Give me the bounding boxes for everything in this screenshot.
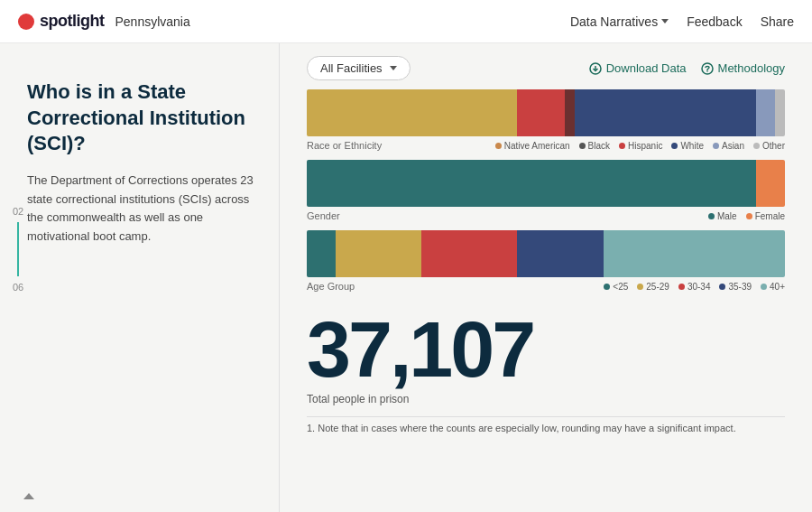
download-icon <box>589 62 602 75</box>
methodology-icon <box>701 62 714 75</box>
legend-dot-hispanic <box>619 143 625 149</box>
facilities-label: All Facilities <box>320 61 383 75</box>
legend-dot-native <box>495 143 502 149</box>
facilities-dropdown[interactable]: All Facilities <box>307 56 411 80</box>
legend-under25: <25 <box>604 282 628 292</box>
bar-segment-native <box>307 89 517 136</box>
sidebar-heading: Who is in a State Correctional Instituti… <box>27 79 261 157</box>
legend-label-other: Other <box>762 141 785 151</box>
scroll-up-button[interactable] <box>20 487 38 505</box>
methodology-label: Methodology <box>718 61 785 75</box>
share-label: Share <box>761 14 794 29</box>
legend-label-black: Black <box>588 141 610 151</box>
legend-label-40plus: 40+ <box>770 282 785 292</box>
svg-point-3 <box>706 70 708 72</box>
logo-dot-icon <box>18 14 34 30</box>
total-label: Total people in prison <box>307 393 785 405</box>
gender-chart: Gender Male Female <box>307 160 785 221</box>
legend-dot-other <box>753 143 760 149</box>
legend-dot-30-34 <box>678 284 685 290</box>
age-group-bar <box>307 230 785 277</box>
data-narratives-label: Data Narratives <box>570 14 658 29</box>
methodology-button[interactable]: Methodology <box>701 61 785 75</box>
gender-legend: Male Female <box>708 211 785 221</box>
total-count: 37,107 <box>307 310 785 389</box>
legend-label-male: Male <box>717 211 737 221</box>
timeline-indicator: 02 06 <box>13 206 23 293</box>
bar-segment-female <box>756 160 785 207</box>
legend-label-native: Native American <box>504 141 570 151</box>
data-narratives-nav[interactable]: Data Narratives <box>570 14 669 29</box>
legend-native-american: Native American <box>495 141 570 151</box>
big-number-section: 37,107 Total people in prison <box>307 301 785 409</box>
bar-segment-under25 <box>307 230 336 277</box>
download-data-button[interactable]: Download Data <box>589 61 687 75</box>
bar-segment-25-29 <box>336 230 421 277</box>
gender-label: Gender <box>307 210 340 221</box>
footnote: 1. Note that in cases where the counts a… <box>307 416 785 433</box>
header-right: Data Narratives Feedback Share <box>570 14 794 29</box>
age-group-label: Age Group <box>307 281 355 292</box>
legend-30-34: 30-34 <box>678 282 711 292</box>
header-state: Pennsylvania <box>115 14 189 29</box>
legend-other: Other <box>753 141 785 151</box>
legend-dot-male <box>708 213 715 219</box>
legend-label-white: White <box>680 141 704 151</box>
race-ethnicity-bar <box>307 89 785 136</box>
feedback-nav[interactable]: Feedback <box>687 14 742 29</box>
main-layout: 02 06 Who is in a State Correctional Ins… <box>0 43 812 512</box>
age-group-legend: <25 25-29 30-34 35-39 <box>604 282 785 292</box>
left-sidebar: 02 06 Who is in a State Correctional Ins… <box>0 43 280 512</box>
gender-bar <box>307 160 785 207</box>
bar-segment-35-39 <box>517 230 603 277</box>
right-content: All Facilities Download Data <box>280 43 812 512</box>
bar-segment-hispanic <box>565 89 575 136</box>
legend-label-25-29: 25-29 <box>646 282 669 292</box>
legend-dot-40plus <box>761 284 767 290</box>
legend-25-29: 25-29 <box>637 282 669 292</box>
legend-white: White <box>671 141 704 151</box>
toolbar: All Facilities Download Data <box>307 43 785 89</box>
share-nav[interactable]: Share <box>761 14 794 29</box>
bar-segment-30-34 <box>421 230 517 277</box>
gender-label-row: Gender Male Female <box>307 210 785 221</box>
bar-segment-40plus <box>604 230 785 277</box>
legend-label-hispanic: Hispanic <box>628 141 662 151</box>
feedback-label: Feedback <box>687 14 742 29</box>
legend-label-35-39: 35-39 <box>728 282 752 292</box>
chevron-down-icon <box>661 19 669 23</box>
chevron-up-icon <box>23 493 34 499</box>
facilities-chevron-icon <box>390 66 397 70</box>
sidebar-content: Who is in a State Correctional Instituti… <box>27 43 261 247</box>
sidebar-body: The Department of Corrections operates 2… <box>27 172 261 247</box>
legend-dot-35-39 <box>719 284 725 290</box>
header-left: spotlight Pennsylvania <box>18 12 190 31</box>
bar-segment-white <box>575 89 756 136</box>
timeline-line <box>17 222 19 276</box>
legend-dot-white <box>671 143 678 149</box>
bar-segment-black <box>517 89 565 136</box>
legend-female: Female <box>746 211 785 221</box>
logo-area: spotlight <box>18 12 104 31</box>
legend-35-39: 35-39 <box>719 282 752 292</box>
race-ethnicity-chart: Race or Ethnicity Native American Black … <box>307 89 785 151</box>
legend-dot-female <box>746 213 752 219</box>
legend-dot-asian <box>713 143 719 149</box>
timeline-current: 02 <box>13 206 23 217</box>
age-group-label-row: Age Group <25 25-29 30-34 <box>307 281 785 292</box>
legend-label-asian: Asian <box>722 141 744 151</box>
legend-40plus: 40+ <box>761 282 785 292</box>
legend-asian: Asian <box>713 141 744 151</box>
race-ethnicity-label-row: Race or Ethnicity Native American Black … <box>307 140 785 151</box>
bar-segment-asian <box>756 89 775 136</box>
legend-dot-25-29 <box>637 284 643 290</box>
toolbar-actions: Download Data Methodology <box>589 61 785 75</box>
legend-dot-under25 <box>604 284 610 290</box>
race-ethnicity-label: Race or Ethnicity <box>307 140 382 151</box>
legend-label-female: Female <box>755 211 785 221</box>
logo-text: spotlight <box>40 12 104 31</box>
legend-label-30-34: 30-34 <box>687 282 711 292</box>
header: spotlight Pennsylvania Data Narratives F… <box>0 0 812 43</box>
legend-black: Black <box>579 141 610 151</box>
bar-segment-male <box>307 160 756 207</box>
